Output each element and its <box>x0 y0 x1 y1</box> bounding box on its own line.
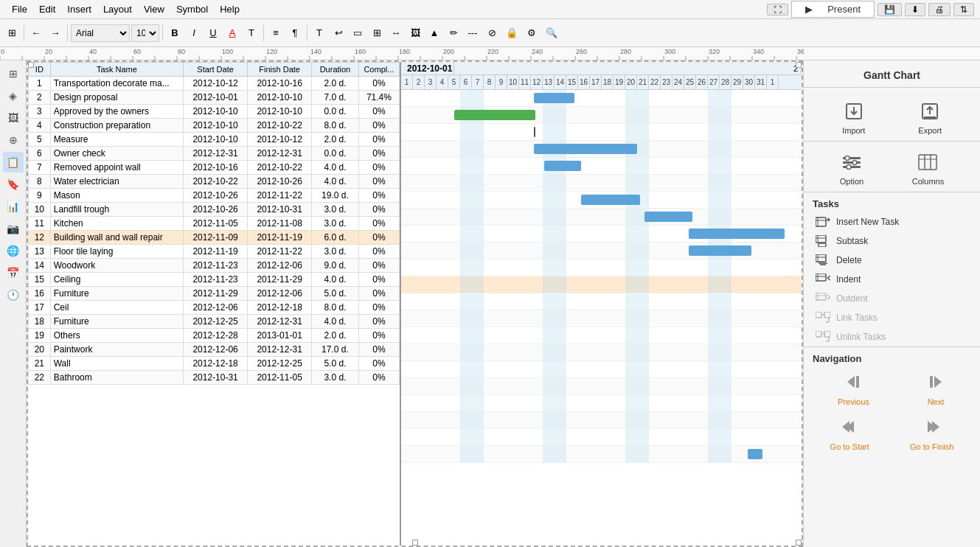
table-row[interactable]: 10 Landfill trough 2012-10-26 2012-10-31… <box>29 203 400 217</box>
table-row[interactable]: 9 Mason 2012-10-26 2012-11-22 19.0 d. 0% <box>29 189 400 203</box>
delete-action[interactable]: Delete <box>804 251 980 270</box>
text-box-button[interactable]: T <box>310 23 328 43</box>
menu-edit[interactable]: Edit <box>33 2 61 16</box>
table-row[interactable]: 5 Measure 2012-10-10 2012-10-12 2.0 d. 0… <box>29 133 400 147</box>
menu-file[interactable]: File <box>6 2 33 16</box>
table-row[interactable]: 21 Wall 2012-12-18 2012-12-25 5.0 d. 0% <box>29 357 400 371</box>
table-row[interactable]: 19 Others 2012-12-28 2013-01-01 2.0 d. 0… <box>29 329 400 343</box>
link-button[interactable]: ↔ <box>387 23 405 43</box>
table-button[interactable]: ⊞ <box>368 23 386 43</box>
table-row[interactable]: 15 Ceiling 2012-11-23 2012-11-29 4.0 d. … <box>29 273 400 287</box>
table-row[interactable]: 8 Water electrician 2012-10-22 2012-10-2… <box>29 175 400 189</box>
gantt-bar-10[interactable] <box>689 245 751 256</box>
menu-layout[interactable]: Layout <box>97 2 138 16</box>
table-row[interactable]: 20 Paintwork 2012-12-06 2012-12-31 17.0 … <box>29 343 400 357</box>
left-icon-photo[interactable]: 📷 <box>3 218 24 239</box>
lock-button[interactable]: 🔒 <box>502 23 521 43</box>
menu-insert[interactable]: Insert <box>61 2 97 16</box>
bold-button[interactable]: B <box>166 23 184 43</box>
columns-button[interactable]: Columns <box>909 147 947 189</box>
menu-view[interactable]: View <box>138 2 170 16</box>
font-family-select[interactable]: Arial <box>71 24 130 42</box>
left-icon-history[interactable]: 🕐 <box>3 285 24 305</box>
print-button[interactable]: 🖨 <box>928 3 951 16</box>
text-style-button[interactable]: T <box>243 23 260 43</box>
gantt-bar-8[interactable] <box>644 212 692 222</box>
image-button[interactable]: 🖼 <box>406 23 424 43</box>
menu-symbol[interactable]: Symbol <box>170 2 214 16</box>
left-icon-gantt[interactable]: 📋 <box>3 152 24 173</box>
left-icon-layers[interactable]: ⊕ <box>3 130 24 150</box>
left-icon-table[interactable]: 📅 <box>3 262 24 283</box>
download-button[interactable]: ⬇ <box>905 3 925 16</box>
table-row[interactable]: 2 Design proposal 2012-10-01 2012-10-10 … <box>29 91 400 105</box>
resize-handle-tl[interactable] <box>28 62 34 68</box>
indent-action[interactable]: Indent <box>804 270 980 289</box>
undo-button[interactable]: ← <box>27 23 45 43</box>
italic-button[interactable]: I <box>185 23 203 43</box>
text-align-button[interactable]: ¶ <box>286 23 304 43</box>
previous-button[interactable]: Previous <box>832 370 875 409</box>
left-icon-org[interactable]: 🌐 <box>3 240 24 261</box>
table-row[interactable]: 7 Removed appoint wall 2012-10-16 2012-1… <box>29 161 400 175</box>
font-size-select[interactable]: 10 <box>131 24 159 42</box>
table-row[interactable]: 17 Ceil 2012-12-06 2012-12-18 8.0 d. 0% <box>29 301 400 315</box>
link-tasks-action[interactable]: Link Tasks <box>804 308 980 327</box>
align-button[interactable]: ≡ <box>267 23 285 43</box>
gantt-bar-9[interactable] <box>689 229 785 239</box>
left-icon-shapes[interactable]: ◈ <box>3 86 24 106</box>
left-icon-images[interactable]: 🖼 <box>3 108 24 128</box>
redo-button[interactable]: → <box>46 23 64 43</box>
gantt-bar-1[interactable] <box>534 93 574 103</box>
left-icon-bookmark[interactable]: 🔖 <box>3 174 24 195</box>
gantt-bar-4[interactable] <box>534 144 637 154</box>
menu-help[interactable]: Help <box>214 2 246 16</box>
search-button[interactable]: 🔍 <box>542 23 561 43</box>
resize-handle-bc[interactable] <box>412 540 418 546</box>
gantt-bar-7[interactable] <box>581 195 640 205</box>
table-row[interactable]: 22 Bathroom 2012-10-31 2012-11-05 3.0 d.… <box>29 371 400 385</box>
fill-button[interactable]: ▲ <box>425 23 443 43</box>
option-button[interactable]: Option <box>837 147 866 189</box>
gantt-bar-2[interactable] <box>454 110 535 120</box>
settings-button[interactable]: ⚙ <box>523 23 541 43</box>
connector-button[interactable]: ↩ <box>330 23 347 43</box>
table-row[interactable]: 12 Building wall and wall repair 2012-11… <box>29 231 400 245</box>
subtask-action[interactable]: Subtask <box>804 231 980 251</box>
gantt-bar-3[interactable] <box>534 127 535 137</box>
draw-button[interactable]: ✏ <box>445 23 462 43</box>
table-row[interactable]: 3 Approved by the owners 2012-10-10 2012… <box>29 105 400 119</box>
unlink-tasks-action[interactable]: Unlink Tasks <box>804 327 980 346</box>
table-row[interactable]: 13 Floor tile laying 2012-11-19 2012-11-… <box>29 245 400 259</box>
go-to-start-button[interactable]: Go to Start <box>824 415 875 454</box>
table-row[interactable]: 4 Construction preparation 2012-10-10 20… <box>29 119 400 133</box>
table-row[interactable]: 11 Kitchen 2012-11-05 2012-11-08 3.0 d. … <box>29 217 400 231</box>
import-button[interactable]: Import <box>839 97 869 138</box>
outdent-action[interactable]: Outdent <box>804 289 980 308</box>
crop-button[interactable]: ⊘ <box>483 23 501 43</box>
resize-handle-tr[interactable] <box>796 62 802 68</box>
table-row[interactable]: 16 Furniture 2012-11-29 2012-12-06 5.0 d… <box>29 287 400 301</box>
save-button[interactable]: 💾 <box>878 3 902 16</box>
presenter-icon-btn[interactable]: ⛶ <box>767 4 788 15</box>
insert-new-task-action[interactable]: Insert New Task <box>804 212 980 231</box>
left-icon-pages[interactable]: ⊞ <box>3 63 24 84</box>
share-button[interactable]: ⇅ <box>953 3 974 16</box>
table-row[interactable]: 6 Owner check 2012-12-31 2012-12-31 0.0 … <box>29 147 400 161</box>
shape-button[interactable]: ▭ <box>349 23 366 43</box>
present-button[interactable]: ▶ Present <box>791 1 875 18</box>
next-button[interactable]: Next <box>920 370 952 409</box>
gantt-bar-5[interactable] <box>544 161 581 171</box>
gantt-bar-22[interactable] <box>748 449 762 459</box>
underline-button[interactable]: U <box>204 23 222 43</box>
export-button[interactable]: Export <box>915 97 945 138</box>
font-color-button[interactable]: A <box>223 23 241 43</box>
left-icon-data[interactable]: 📊 <box>3 196 24 217</box>
line-style-button[interactable]: --- <box>464 23 482 43</box>
table-row[interactable]: 14 Woodwork 2012-11-23 2012-12-06 9.0 d.… <box>29 259 400 273</box>
table-row[interactable]: 1 Transportation decorate ma... 2012-10-… <box>29 77 400 91</box>
collapse-toolbar-btn[interactable]: ⊞ <box>3 23 21 43</box>
go-to-finish-button[interactable]: Go to Finish <box>904 415 959 454</box>
resize-handle-br[interactable] <box>796 540 802 546</box>
table-row[interactable]: 18 Furniture 2012-12-25 2012-12-31 4.0 d… <box>29 315 400 329</box>
